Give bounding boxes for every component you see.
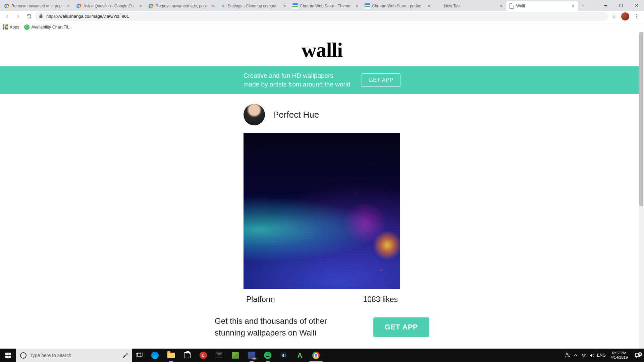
tray-clock[interactable]: 6:52 PM 4/14/2019: [607, 351, 631, 360]
tab-close-icon[interactable]: ×: [499, 4, 503, 8]
omnibox[interactable]: https://walli.shanga.co/image/view/?id=9…: [35, 12, 608, 21]
taskbar-app-red[interactable]: C: [195, 349, 211, 362]
taskbar-app-mail[interactable]: [211, 349, 227, 362]
taskbar-app-spotify[interactable]: [260, 349, 276, 362]
browser-tab[interactable]: Chrome Web Store - Theme ×: [290, 1, 362, 11]
windows-logo-icon: [5, 353, 11, 358]
browser-tab-active[interactable]: Walli ×: [506, 1, 578, 11]
tab-title: Remove unwanted ads, pop-: [11, 4, 65, 8]
walli-logo[interactable]: walli: [302, 40, 342, 60]
scrollbar-thumb[interactable]: [639, 32, 643, 206]
taskbar-app-explorer[interactable]: [163, 349, 179, 362]
author-row[interactable]: Perfect Hue: [241, 104, 402, 125]
steam-icon: ◐: [280, 352, 287, 359]
taskbar-app-chrome[interactable]: [308, 349, 324, 362]
cortana-icon: [20, 352, 26, 359]
tab-title: Ask a Question - Google Ch: [84, 4, 137, 8]
window-minimize-button[interactable]: [598, 0, 613, 11]
google-icon: [76, 3, 82, 9]
browser-tab[interactable]: Chrome Web Store - perfec ×: [362, 1, 434, 11]
taskbar-search-box[interactable]: Type here to search 🎤: [16, 349, 132, 362]
taskbar-app-a[interactable]: A: [292, 349, 308, 362]
apps-grid-icon: [3, 24, 8, 29]
tab-close-icon[interactable]: ×: [355, 4, 359, 8]
wallpaper-title: Platform: [246, 295, 275, 304]
chrome-web-store-icon: [365, 3, 370, 9]
bookmark-label: Availability Chart Fil...: [32, 25, 72, 29]
svg-point-9: [583, 357, 584, 357]
mail-icon: [216, 353, 223, 358]
wifi-tray-icon[interactable]: [580, 349, 588, 362]
promo-banner: Creative and fun HD wallpapers made by a…: [0, 66, 644, 94]
promo-text: Creative and fun HD wallpapers made by a…: [244, 71, 351, 88]
address-bar: https://walli.shanga.co/image/view/?id=9…: [0, 11, 644, 22]
chrome-icon: [312, 352, 320, 359]
svg-rect-1: [620, 4, 622, 7]
tab-title: Chrome Web Store - perfec: [372, 4, 425, 8]
microphone-icon[interactable]: 🎤: [122, 353, 128, 358]
taskbar-app-edge[interactable]: [147, 349, 163, 362]
profile-avatar-button[interactable]: [621, 12, 629, 20]
tab-title: Chrome Web Store - Theme: [300, 4, 353, 8]
tab-close-icon[interactable]: ×: [210, 4, 215, 8]
tab-close-icon[interactable]: ×: [282, 4, 287, 8]
blank-tab-icon: [437, 3, 442, 9]
browser-tab[interactable]: Remove unwanted ads, pop- ×: [146, 1, 218, 11]
people-tray-icon[interactable]: [564, 349, 572, 362]
action-center-button[interactable]: 3: [631, 353, 644, 358]
minecraft-icon: [232, 352, 239, 359]
page-viewport: walli Creative and fun HD wallpapers mad…: [0, 32, 644, 349]
browser-tab[interactable]: ⚙ Settings - Clean up comput ×: [218, 1, 290, 11]
tab-close-icon[interactable]: ×: [427, 4, 431, 8]
google-icon: [4, 3, 9, 9]
volume-tray-icon[interactable]: [588, 349, 596, 362]
get-app-button-outline[interactable]: GET APP: [362, 73, 401, 87]
task-view-button[interactable]: [132, 349, 147, 362]
new-tab-button[interactable]: +: [578, 1, 588, 11]
bookmark-item[interactable]: ⓘ Availability Chart Fil...: [24, 24, 72, 30]
cta-text: Get this and thousands of other stunning…: [215, 315, 335, 339]
folder-icon: [167, 353, 175, 358]
wallpaper-image[interactable]: [244, 133, 400, 289]
blue-app-icon: [248, 352, 255, 359]
apps-shortcut[interactable]: Apps: [3, 24, 19, 29]
bookmark-favicon: ⓘ: [24, 24, 30, 30]
taskbar-app-steam[interactable]: ◐: [276, 349, 292, 362]
lock-icon: [39, 13, 43, 19]
forward-button[interactable]: [13, 12, 23, 21]
taskbar-app-blue[interactable]: [244, 349, 260, 362]
browser-tab[interactable]: New Tab ×: [434, 1, 506, 11]
tray-date: 4/14/2019: [607, 355, 631, 360]
gear-icon: ⚙: [220, 3, 226, 9]
back-button[interactable]: [3, 12, 12, 21]
svg-rect-4: [40, 15, 43, 18]
author-avatar: [244, 104, 265, 125]
tray-chevron-up-icon[interactable]: [572, 349, 580, 362]
vertical-scrollbar[interactable]: [639, 32, 644, 349]
start-button[interactable]: [0, 349, 16, 362]
bookmark-star-button[interactable]: ☆: [609, 12, 619, 21]
window-maximize-button[interactable]: [613, 0, 629, 11]
window-close-button[interactable]: [629, 0, 644, 11]
browser-tab[interactable]: Ask a Question - Google Ch ×: [73, 1, 146, 11]
reload-button[interactable]: [24, 12, 34, 21]
triangle-a-icon: A: [298, 352, 302, 359]
tab-close-icon[interactable]: ×: [66, 4, 71, 8]
svg-point-8: [568, 354, 569, 355]
chrome-menu-button[interactable]: ⋮: [632, 12, 641, 21]
tab-title: Walli: [516, 4, 570, 8]
language-indicator[interactable]: ENG: [596, 353, 607, 358]
get-app-button-solid[interactable]: GET APP: [373, 317, 429, 337]
wallpaper-likes: 1083 likes: [363, 295, 398, 304]
taskbar-app-store[interactable]: [179, 349, 195, 362]
red-circle-icon: C: [200, 352, 207, 359]
tab-close-icon[interactable]: ×: [138, 4, 143, 8]
taskbar-app-minecraft[interactable]: [227, 349, 244, 362]
notification-badge: 3: [638, 352, 642, 356]
tray-time: 6:52 PM: [607, 351, 631, 355]
chrome-web-store-icon: [292, 3, 298, 9]
browser-tab[interactable]: Remove unwanted ads, pop- ×: [1, 1, 73, 11]
tab-close-icon[interactable]: ×: [571, 4, 576, 8]
page-icon: [509, 3, 514, 9]
tab-title: Settings - Clean up comput: [228, 4, 281, 8]
